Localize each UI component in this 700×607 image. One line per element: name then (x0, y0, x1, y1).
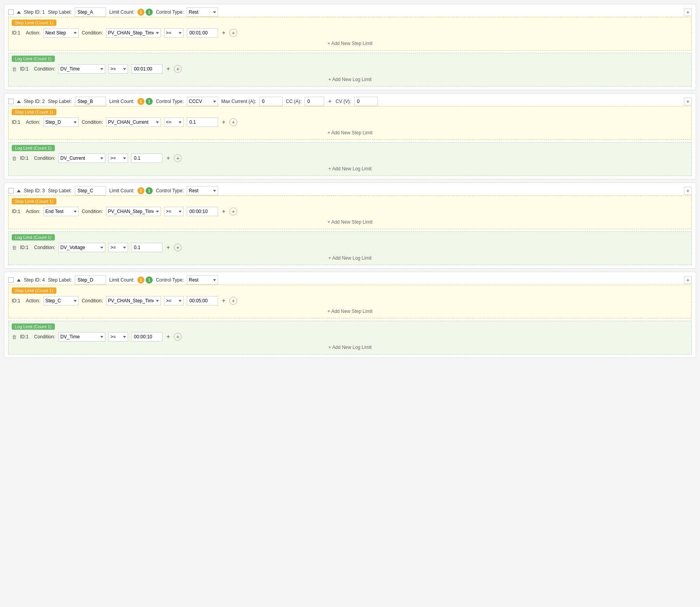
step-id-label: Step ID: 2 (24, 99, 45, 104)
condition-label: Condition: (82, 119, 103, 125)
value-input[interactable] (187, 296, 218, 305)
log-circle-plus-button[interactable]: + (174, 333, 182, 341)
collapse-chevron[interactable] (17, 190, 21, 192)
plus-button[interactable]: + (221, 30, 226, 36)
step-label-text: Step Label: (48, 9, 72, 15)
add-log-limit-row[interactable]: + Add New Log Limit (12, 164, 688, 173)
trash-icon[interactable]: 🗑 (12, 334, 17, 340)
log-limit-section: Log Limit (Count 1) 🗑 ID:1 Condition: DV… (8, 53, 692, 87)
circle-plus-button[interactable]: + (229, 208, 237, 215)
cc-plus-btn[interactable]: + (327, 98, 332, 105)
control-type-label: Control Type: (156, 188, 184, 193)
log-circle-plus-button[interactable]: + (174, 65, 182, 73)
condition-select[interactable]: PV_CHAN_Step_TimePV_CHAN_CurrentPV_CHAN_… (106, 28, 161, 38)
control-type-select[interactable]: Rest CCCV CC CV (187, 186, 218, 195)
log-operator-select[interactable]: >=<==!= (108, 243, 128, 252)
orange-badge: 1 (137, 98, 144, 105)
action-select[interactable]: Next StepEnd TestStep_AStep_BStep_CStep_… (43, 28, 79, 38)
step-label-input[interactable] (75, 275, 106, 285)
circle-plus-button[interactable]: + (229, 297, 237, 305)
add-step-limit-row[interactable]: + Add New Step Limit (12, 39, 688, 48)
step-checkbox[interactable] (8, 9, 14, 15)
operator-select[interactable]: >=<==!= (164, 28, 184, 38)
log-plus-button[interactable]: + (166, 66, 171, 72)
add-step-limit-row[interactable]: + Add New Step Limit (12, 307, 688, 316)
operator-select[interactable]: >=<==!= (164, 296, 184, 305)
log-limit-id-label: ID:1 (20, 66, 31, 72)
control-type-select[interactable]: Rest CCCV CC CV (187, 7, 218, 17)
log-condition-select[interactable]: DV_TimeDV_CurrentDV_Voltage (58, 154, 105, 163)
step-limit-badge: Step Limit (Count 1) (12, 287, 56, 294)
expand-button[interactable]: + (684, 8, 692, 16)
add-log-limit-text: + Add New Log Limit (328, 166, 372, 172)
plus-button[interactable]: + (221, 208, 226, 215)
add-step-limit-text: + Add New Step Limit (327, 309, 372, 314)
log-plus-button[interactable]: + (166, 155, 171, 161)
limit-count-badges: 1 1 (137, 98, 153, 105)
log-plus-button[interactable]: + (166, 244, 171, 251)
add-step-limit-row[interactable]: + Add New Step Limit (12, 128, 688, 137)
log-value-input[interactable] (131, 64, 162, 74)
step-checkbox[interactable] (8, 277, 14, 283)
condition-select[interactable]: PV_CHAN_Step_TimePV_CHAN_CurrentPV_CHAN_… (106, 207, 161, 216)
action-select[interactable]: Next StepEnd TestStep_AStep_BStep_CStep_… (43, 296, 79, 305)
value-input[interactable] (187, 28, 218, 38)
circle-plus-button[interactable]: + (229, 118, 237, 126)
log-value-input[interactable] (131, 154, 162, 163)
expand-button[interactable]: + (684, 276, 692, 284)
log-condition-select[interactable]: DV_TimeDV_CurrentDV_Voltage (58, 64, 105, 74)
step-container: Step ID: 2 Step Label: Limit Count: 1 1 … (4, 93, 696, 179)
step-limit-section: Step Limit (Count 1) ID:1 Action: Next S… (8, 285, 692, 318)
log-condition-label: Condition: (34, 66, 55, 72)
add-step-limit-row[interactable]: + Add New Step Limit (12, 218, 688, 226)
cv-input[interactable] (354, 97, 378, 106)
trash-icon[interactable]: 🗑 (12, 245, 17, 251)
collapse-chevron[interactable] (17, 11, 21, 14)
step-label-input[interactable] (75, 97, 106, 106)
control-type-select[interactable]: Rest CCCV CC CV (187, 275, 218, 285)
plus-button[interactable]: + (221, 298, 226, 304)
step-container: Step ID: 4 Step Label: Limit Count: 1 1 … (4, 272, 696, 358)
log-plus-button[interactable]: + (166, 334, 171, 340)
condition-select[interactable]: PV_CHAN_Step_TimePV_CHAN_CurrentPV_CHAN_… (106, 296, 161, 305)
action-select[interactable]: Next StepEnd TestStep_AStep_BStep_CStep_… (43, 117, 79, 127)
log-operator-select[interactable]: >=<==!= (108, 64, 128, 74)
add-log-limit-row[interactable]: + Add New Log Limit (12, 75, 688, 84)
step-label-input[interactable] (75, 186, 106, 195)
log-operator-select[interactable]: >=<==!= (108, 332, 128, 341)
add-log-limit-row[interactable]: + Add New Log Limit (12, 343, 688, 352)
expand-button[interactable]: + (684, 187, 692, 195)
value-input[interactable] (187, 207, 218, 216)
circle-plus-button[interactable]: + (229, 29, 237, 37)
log-circle-plus-button[interactable]: + (174, 244, 182, 251)
condition-label: Condition: (82, 209, 103, 214)
collapse-chevron[interactable] (17, 100, 21, 103)
step-checkbox[interactable] (8, 188, 14, 193)
max-current-input[interactable] (259, 97, 283, 106)
step-label-input[interactable] (75, 7, 106, 17)
condition-label: Condition: (82, 30, 103, 36)
log-value-input[interactable] (131, 332, 162, 341)
action-select[interactable]: Next StepEnd TestStep_AStep_BStep_CStep_… (43, 207, 79, 216)
log-limit-id-label: ID:1 (20, 334, 31, 340)
trash-icon[interactable]: 🗑 (12, 155, 17, 161)
operator-select[interactable]: >=<==!= (164, 207, 184, 216)
step-container: Step ID: 1 Step Label: Limit Count: 1 1 … (4, 4, 696, 90)
log-value-input[interactable] (131, 243, 162, 252)
condition-select[interactable]: PV_CHAN_Step_TimePV_CHAN_CurrentPV_CHAN_… (106, 117, 161, 127)
operator-select[interactable]: >=<==!= (164, 117, 184, 127)
log-operator-select[interactable]: >=<==!= (108, 154, 128, 163)
log-condition-select[interactable]: DV_TimeDV_CurrentDV_Voltage (58, 243, 105, 252)
step-checkbox[interactable] (8, 99, 14, 104)
expand-button[interactable]: + (684, 98, 692, 105)
collapse-chevron[interactable] (17, 279, 21, 282)
log-circle-plus-button[interactable]: + (174, 154, 182, 162)
add-log-limit-row[interactable]: + Add New Log Limit (12, 254, 688, 262)
value-input[interactable] (187, 117, 218, 127)
plus-button[interactable]: + (221, 119, 226, 125)
trash-icon[interactable]: 🗑 (12, 66, 17, 72)
log-condition-select[interactable]: DV_TimeDV_CurrentDV_Voltage (58, 332, 105, 341)
cc-input[interactable] (305, 97, 324, 106)
control-type-select[interactable]: Rest CCCV CC CV (187, 97, 218, 106)
limit-count-badges: 1 1 (137, 9, 153, 16)
